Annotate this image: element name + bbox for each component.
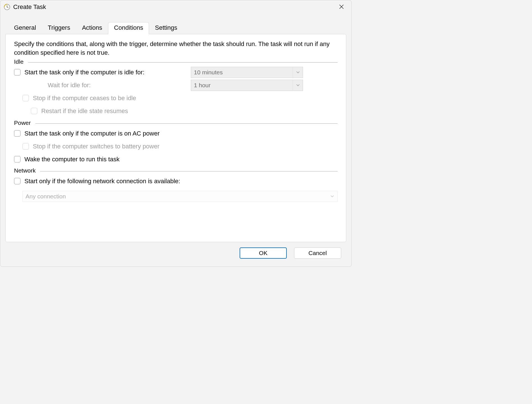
task-scheduler-icon [4,4,10,10]
close-button[interactable] [334,2,348,12]
conditions-panel: Specify the conditions that, along with … [5,34,346,242]
create-task-dialog: Create Task General Triggers Actions Con… [0,0,352,267]
tab-general[interactable]: General [8,22,42,34]
label-restart-idle: Restart if the idle state resumes [41,107,128,115]
cancel-button[interactable]: Cancel [294,247,341,259]
checkbox-start-ac[interactable] [14,130,20,137]
chevron-down-icon [293,67,303,78]
tab-strip: General Triggers Actions Conditions Sett… [0,14,351,34]
tab-triggers[interactable]: Triggers [42,22,76,34]
checkbox-restart-idle[interactable] [31,108,37,114]
checkbox-wake[interactable] [14,156,20,162]
label-stop-cease-idle: Stop if the computer ceases to be idle [33,95,136,102]
section-network-label: Network [14,167,36,174]
label-wake: Wake the computer to run this task [24,156,120,163]
tab-settings[interactable]: Settings [149,22,183,34]
label-stop-battery: Stop if the computer switches to battery… [33,143,159,150]
section-power-label: Power [14,120,31,126]
combo-idle-duration[interactable]: 10 minutes [191,67,303,78]
checkbox-start-idle[interactable] [14,69,20,75]
label-wait-idle: Wait for idle for: [14,82,191,89]
combo-wait-duration[interactable]: 1 hour [191,80,303,91]
section-network-header: Network [14,167,338,174]
checkbox-stop-cease-idle[interactable] [22,95,29,101]
window-title: Create Task [13,3,334,11]
label-start-idle: Start the task only if the computer is i… [24,69,145,76]
combo-wait-duration-value: 1 hour [194,82,211,89]
close-icon [339,4,344,10]
chevron-down-icon [293,80,303,91]
dialog-footer: OK Cancel [0,247,351,267]
svg-point-1 [7,7,7,7]
combo-network-connection-value: Any connection [26,193,66,200]
section-idle-header: Idle [14,58,338,65]
section-power-header: Power [14,120,338,126]
chevron-down-icon [327,191,337,202]
divider [40,171,338,171]
label-start-network: Start only if the following network conn… [24,178,180,185]
combo-idle-duration-value: 10 minutes [194,69,223,76]
checkbox-start-network[interactable] [14,178,20,184]
ok-button[interactable]: OK [240,247,287,259]
checkbox-stop-battery[interactable] [22,143,29,150]
titlebar: Create Task [0,0,351,14]
tab-actions[interactable]: Actions [76,22,108,34]
intro-text: Specify the conditions that, along with … [14,40,338,57]
tab-conditions[interactable]: Conditions [108,22,149,34]
label-start-ac: Start the task only if the computer is o… [24,130,160,137]
divider [28,62,338,63]
divider [35,123,338,124]
section-idle-label: Idle [14,58,24,65]
combo-network-connection[interactable]: Any connection [22,191,338,202]
